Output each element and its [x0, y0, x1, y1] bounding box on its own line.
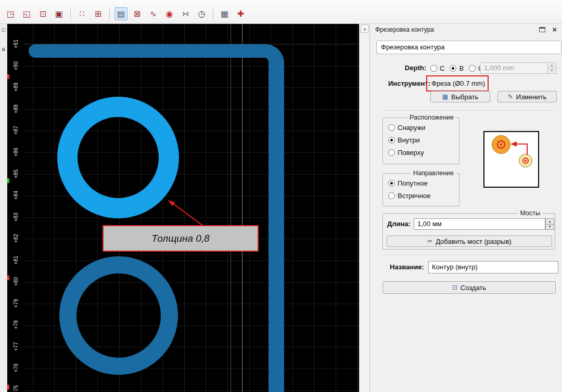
grid-area-icon[interactable]: ⊞ — [92, 7, 105, 20]
scissors-icon: ✂ — [427, 238, 432, 245]
layer-pages-icon[interactable]: ▤ — [114, 7, 127, 20]
side-tab-label: а — [0, 46, 7, 52]
depth-radio-group: C B U — [430, 62, 483, 74]
location-groupbox: Расположение Снаружи Внутри П — [382, 117, 459, 164]
depth-radio-b[interactable]: B — [450, 64, 464, 72]
radio-circle-icon — [388, 124, 395, 131]
rotate-circle-icon[interactable]: ◷ — [195, 7, 208, 20]
bridges-legend: Мосты — [518, 210, 542, 217]
select-region-icon[interactable]: ⊡ — [36, 7, 49, 20]
radio-circle-icon — [469, 65, 476, 72]
ruler-label: +87 — [7, 120, 24, 141]
spinner-buttons[interactable]: ▲▼ — [547, 63, 556, 73]
toolbar-separator[interactable] — [109, 8, 110, 20]
application-window: ◳ ◱ ⊡ ▣ ∷ ⊞ ▤ ⊠ ∿ ◉ ∺ ◷ ▦ — [0, 0, 562, 392]
panel-titlebar[interactable]: Фрезеровка контура × — [370, 24, 562, 35]
ruler-mark — [7, 276, 9, 280]
contour-circle-icon[interactable]: ◉ — [163, 7, 176, 20]
scrollbar-up-button[interactable]: ▲ — [361, 24, 369, 33]
corner-points-icon[interactable]: ∺ — [179, 7, 192, 20]
float-window-icon[interactable] — [539, 27, 545, 32]
depth-value-spinbox[interactable]: 1,000 mm ▲▼ — [480, 62, 556, 74]
radio-circle-icon — [388, 149, 395, 156]
depth-label: Depth: — [399, 62, 426, 74]
ruler-label: +90 — [7, 55, 24, 77]
copper-trace-l-shape[interactable] — [7, 24, 359, 392]
separator — [382, 255, 556, 255]
location-radio-ontop[interactable]: Поверху — [388, 149, 426, 156]
spin-up-icon[interactable]: ▲ — [546, 219, 554, 225]
close-icon[interactable]: × — [552, 25, 557, 34]
vertical-ruler: +91 +90 +89 +88 +87 +86 +85 +84 +83 — [7, 24, 24, 392]
add-bridge-button[interactable]: ✂ Добавить мост (разрыв) — [387, 236, 552, 247]
ruler-label: +85 — [7, 163, 24, 185]
radio-label: Поверху — [398, 149, 424, 156]
radio-circle-icon — [430, 65, 437, 72]
ruler-label: +76 — [7, 357, 24, 379]
radio-circle-icon — [388, 180, 395, 187]
ruler-label: +84 — [7, 185, 24, 206]
bridge-length-spinner[interactable]: ▲▼ — [545, 218, 554, 230]
grid-points-icon[interactable]: ∷ — [75, 7, 88, 20]
panel-title: Фрезеровка контура — [375, 24, 434, 35]
table-icon[interactable]: ▦ — [218, 7, 231, 20]
bridge-length-input[interactable]: 1,00 мм — [414, 218, 545, 230]
ruler-label: +83 — [7, 206, 24, 228]
ruler-label: +81 — [7, 249, 24, 271]
ruler-label: +77 — [7, 336, 24, 358]
paste-region-icon[interactable]: ◳ — [4, 7, 17, 20]
ruler-mark — [7, 74, 9, 79]
milling-direction-diagram — [483, 131, 539, 188]
pad-ring[interactable] — [59, 256, 178, 375]
select-tool-button[interactable]: ▦ Выбрать — [430, 91, 490, 102]
copy-region-icon[interactable]: ◱ — [20, 7, 33, 20]
fill-region-icon[interactable]: ▣ — [53, 7, 66, 20]
ruler-labels: +91 +90 +89 +88 +87 +86 +85 +84 +83 — [7, 24, 24, 392]
name-input[interactable]: Контур (внутр) — [428, 261, 558, 273]
edit-tool-label: Изменить — [516, 93, 547, 101]
tool-label: Инструмент: — [388, 78, 430, 89]
curve-nodes-icon[interactable]: ∿ — [147, 7, 160, 20]
direction-legend: Направление — [411, 169, 456, 177]
ruler-mark — [7, 178, 9, 183]
thickness-annotation: Толщина 0,8 — [103, 225, 259, 252]
side-tab-strip[interactable]: ◫ а — [0, 24, 7, 392]
toolbar-separator[interactable] — [213, 8, 213, 20]
direction-radio-climb[interactable]: Попутное — [388, 179, 431, 187]
ruler-label: +80 — [7, 271, 24, 293]
contour-milling-panel: Фрезеровка контура × Фрезеровка контура … — [369, 24, 562, 392]
edit-tool-button[interactable]: ✎ Изменить — [497, 91, 557, 102]
tool-value-highlight: Фреза (Ø0.7 mm) — [426, 75, 489, 92]
ruler-label: +82 — [7, 228, 24, 250]
radio-circle-icon — [388, 137, 395, 143]
depth-value: 1,000 mm — [484, 63, 514, 73]
ruler-label: +75 — [7, 379, 24, 392]
name-label: Название: — [390, 261, 424, 273]
location-radio-inside[interactable]: Внутри — [388, 136, 426, 144]
radio-label: C — [440, 64, 444, 72]
direction-radio-conventional[interactable]: Встречное — [388, 192, 431, 200]
spin-up-icon[interactable]: ▲ — [548, 63, 556, 69]
ruler-label: +86 — [7, 141, 24, 163]
transform-cross-icon[interactable]: ✚ — [234, 7, 247, 20]
tool-value: Фреза (Ø0.7 mm) — [427, 76, 488, 90]
nested-frames-icon[interactable]: ⊠ — [131, 7, 144, 20]
toolbar-separator[interactable] — [70, 8, 71, 20]
ruler-label: +89 — [7, 76, 24, 98]
diagram-arrow — [484, 132, 538, 187]
radio-label: Попутное — [398, 179, 428, 187]
ruler-label: +88 — [7, 98, 24, 120]
ruler-label: +79 — [7, 293, 24, 315]
select-tool-label: Выбрать — [451, 93, 478, 101]
create-button[interactable]: ⊡ Создать — [382, 281, 556, 294]
pcb-canvas[interactable]: +91 +90 +89 +88 +87 +86 +85 +84 +83 — [7, 24, 359, 392]
bridges-groupbox: Мосты Длина: 1,00 мм ▲▼ ✂ Добавить мост … — [382, 213, 555, 250]
pad-ring-selected[interactable] — [57, 97, 179, 218]
spin-down-icon[interactable]: ▼ — [546, 225, 554, 230]
ruler-label: +91 — [7, 33, 24, 55]
ruler-mark — [7, 385, 9, 389]
spin-down-icon[interactable]: ▼ — [548, 69, 556, 74]
location-radio-outside[interactable]: Снаружи — [388, 124, 426, 132]
vertical-scrollbar[interactable]: ▲ — [359, 24, 369, 392]
depth-radio-c[interactable]: C — [430, 64, 444, 72]
